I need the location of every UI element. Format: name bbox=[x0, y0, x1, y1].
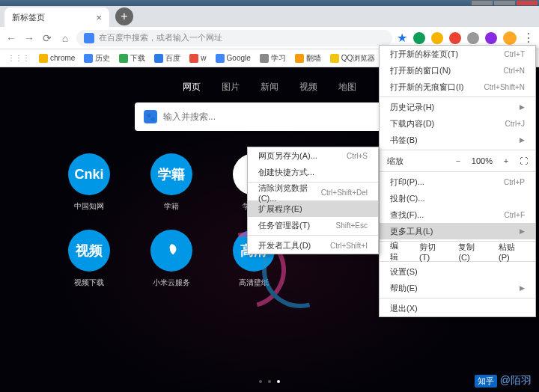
category-tab[interactable]: 地图 bbox=[338, 81, 356, 94]
menu-more-tools[interactable]: 更多工具(L)▶ bbox=[380, 223, 535, 239]
close-icon[interactable]: × bbox=[96, 12, 102, 23]
fullscreen-icon[interactable]: ⛶ bbox=[520, 156, 528, 165]
menu-bookmarks[interactable]: 书签(B)▶ bbox=[380, 132, 535, 148]
bookmark-item[interactable]: Google bbox=[216, 53, 251, 64]
home-button[interactable]: ⌂ bbox=[58, 31, 72, 45]
bookmark-item[interactable]: 下载 bbox=[119, 53, 145, 64]
extension-icon[interactable] bbox=[413, 32, 425, 44]
tab-title: 新标签页 bbox=[12, 12, 45, 23]
browser-tab[interactable]: 新标签页 × bbox=[4, 7, 109, 27]
apps-icon[interactable]: ⋮⋮⋮ bbox=[7, 54, 30, 62]
avatar[interactable] bbox=[503, 31, 517, 45]
watermark-author: @陌羽 bbox=[500, 374, 532, 388]
menu-button[interactable]: ⋮ bbox=[523, 31, 535, 45]
menu-new-tab[interactable]: 打开新的标签页(T)Ctrl+T bbox=[380, 46, 535, 62]
window-maximize[interactable] bbox=[494, 1, 515, 5]
back-button[interactable]: ← bbox=[4, 31, 18, 45]
dot-active[interactable] bbox=[277, 380, 280, 383]
watermark: 知乎 @陌羽 bbox=[475, 374, 532, 388]
submenu-shortcut[interactable]: 创建快捷方式... bbox=[248, 164, 378, 180]
menu-find[interactable]: 查找(F)...Ctrl+F bbox=[380, 206, 535, 223]
speed-dial-tile[interactable]: 小米云服务 bbox=[142, 230, 201, 288]
star-icon[interactable]: ★ bbox=[397, 31, 407, 45]
submenu-taskmgr[interactable]: 任务管理器(T)Shift+Esc bbox=[248, 217, 378, 233]
extension-icon[interactable] bbox=[431, 32, 443, 44]
omnibox-placeholder: 在百度中搜索，或者输入一个网址 bbox=[99, 32, 222, 43]
dot[interactable] bbox=[268, 380, 271, 383]
main-menu: 打开新的标签页(T)Ctrl+T 打开新的窗口(N)Ctrl+N 打开新的无痕窗… bbox=[379, 45, 536, 317]
speed-dial-tile[interactable]: 视频视频下载 bbox=[60, 230, 118, 288]
page-indicator bbox=[259, 380, 280, 383]
zoom-out-button[interactable]: − bbox=[452, 156, 464, 165]
category-tab[interactable]: 图片 bbox=[222, 81, 240, 94]
dot[interactable] bbox=[259, 380, 262, 383]
search-input[interactable] bbox=[163, 111, 395, 122]
menu-print[interactable]: 打印(P)...Ctrl+P bbox=[380, 174, 535, 190]
category-tab[interactable]: 网页 bbox=[183, 81, 201, 94]
extension-icons: ★ ⋮ bbox=[397, 31, 535, 45]
bookmark-item[interactable]: 翻墙 bbox=[295, 53, 321, 64]
submenu-devtools[interactable]: 开发者工具(D)Ctrl+Shift+I bbox=[248, 237, 378, 254]
submenu-clear-data[interactable]: 清除浏览数据(C)...Ctrl+Shift+Del bbox=[248, 184, 378, 200]
zhihu-logo: 知乎 bbox=[475, 375, 497, 388]
tab-strip: 新标签页 × + bbox=[0, 6, 539, 27]
bookmark-item[interactable]: 历史 bbox=[84, 53, 110, 64]
submenu-save-as[interactable]: 网页另存为(A)...Ctrl+S bbox=[248, 147, 378, 164]
bookmark-item[interactable]: 学习 bbox=[260, 53, 286, 64]
menu-exit[interactable]: 退出(X) bbox=[380, 300, 535, 316]
reload-button[interactable]: ⟳ bbox=[40, 31, 54, 45]
menu-history[interactable]: 历史记录(H)▶ bbox=[380, 99, 535, 115]
submenu-extensions[interactable]: 扩展程序(E) bbox=[248, 200, 378, 217]
search-box[interactable]: 🐾 bbox=[135, 102, 404, 131]
menu-paste[interactable]: 粘贴(P) bbox=[499, 242, 525, 262]
window-minimize[interactable] bbox=[472, 1, 493, 5]
new-tab-button[interactable]: + bbox=[115, 7, 133, 25]
search-provider-icon bbox=[84, 33, 94, 43]
zoom-in-button[interactable]: + bbox=[500, 156, 512, 165]
bookmark-item[interactable]: w bbox=[189, 53, 206, 64]
menu-cut[interactable]: 剪切(T) bbox=[419, 242, 445, 262]
extension-icon[interactable] bbox=[485, 32, 497, 44]
category-tab[interactable]: 新闻 bbox=[261, 81, 278, 94]
omnibox[interactable]: 在百度中搜索，或者输入一个网址 bbox=[76, 30, 392, 46]
menu-incognito[interactable]: 打开新的无痕窗口(I)Ctrl+Shift+N bbox=[380, 79, 535, 95]
window-close[interactable] bbox=[517, 1, 538, 5]
speed-dial-tile[interactable]: 学籍学籍 bbox=[142, 153, 201, 212]
menu-edit-row: 编辑 剪切(T) 复制(C) 粘贴(P) bbox=[380, 243, 535, 260]
menu-settings[interactable]: 设置(S) bbox=[380, 263, 535, 280]
window-titlebar bbox=[0, 0, 539, 6]
bookmark-item[interactable]: QQ浏览器 bbox=[330, 53, 376, 64]
speed-dial-tile[interactable]: Cnki中国知网 bbox=[60, 153, 118, 212]
menu-cast[interactable]: 投射(C)... bbox=[380, 190, 535, 206]
menu-help[interactable]: 帮助(E)▶ bbox=[380, 280, 535, 296]
menu-zoom: 缩放 − 100% + ⛶ bbox=[380, 152, 535, 170]
zoom-value: 100% bbox=[472, 156, 493, 165]
forward-button[interactable]: → bbox=[22, 31, 36, 45]
bookmark-item[interactable]: chrome bbox=[39, 53, 75, 64]
menu-copy[interactable]: 复制(C) bbox=[458, 242, 485, 262]
menu-new-window[interactable]: 打开新的窗口(N)Ctrl+N bbox=[380, 62, 535, 79]
bookmark-item[interactable]: 百度 bbox=[154, 53, 180, 64]
category-tab[interactable]: 视频 bbox=[299, 81, 317, 94]
extension-icon[interactable] bbox=[467, 32, 479, 44]
more-tools-submenu: 网页另存为(A)...Ctrl+S 创建快捷方式... 清除浏览数据(C)...… bbox=[247, 147, 379, 254]
baidu-icon: 🐾 bbox=[144, 110, 157, 123]
menu-downloads[interactable]: 下载内容(D)Ctrl+J bbox=[380, 115, 535, 132]
extension-icon[interactable] bbox=[449, 32, 461, 44]
